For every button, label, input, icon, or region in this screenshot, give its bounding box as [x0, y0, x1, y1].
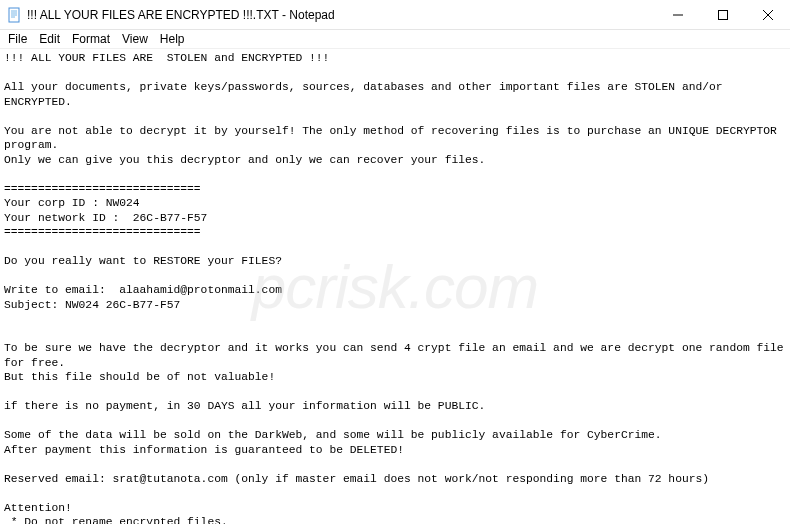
menu-edit[interactable]: Edit	[33, 31, 66, 47]
titlebar: !!! ALL YOUR FILES ARE ENCRYPTED !!!.TXT…	[0, 0, 790, 30]
window-controls	[655, 0, 790, 30]
menubar: File Edit Format View Help	[0, 30, 790, 49]
text-area[interactable]: pcrisk.com!!! ALL YOUR FILES ARE STOLEN …	[0, 49, 790, 524]
watermark-suffix: risk.com	[315, 251, 538, 320]
document-body: !!! ALL YOUR FILES ARE STOLEN and ENCRYP…	[4, 52, 790, 524]
menu-file[interactable]: File	[2, 31, 33, 47]
menu-view[interactable]: View	[116, 31, 154, 47]
minimize-button[interactable]	[655, 0, 700, 30]
watermark: pcrisk.com	[252, 279, 538, 294]
menu-format[interactable]: Format	[66, 31, 116, 47]
close-icon	[763, 10, 773, 20]
notepad-icon	[6, 7, 22, 23]
window-title: !!! ALL YOUR FILES ARE ENCRYPTED !!!.TXT…	[27, 8, 655, 22]
close-button[interactable]	[745, 0, 790, 30]
maximize-button[interactable]	[700, 0, 745, 30]
maximize-icon	[718, 10, 728, 20]
menu-help[interactable]: Help	[154, 31, 191, 47]
svg-rect-6	[718, 10, 727, 19]
minimize-icon	[673, 10, 683, 20]
